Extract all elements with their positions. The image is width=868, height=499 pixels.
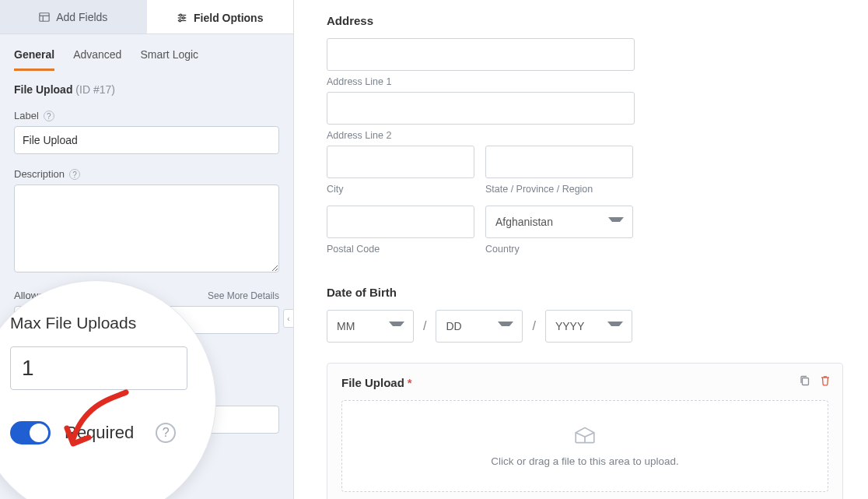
dob-block: Date of Birth MM / DD / YYYY bbox=[327, 286, 843, 343]
postal-input[interactable] bbox=[327, 206, 474, 238]
dob-year-select[interactable]: YYYY bbox=[545, 310, 632, 343]
trash-icon[interactable] bbox=[819, 374, 831, 387]
sub-tab-general[interactable]: General bbox=[14, 42, 54, 71]
layout-icon bbox=[39, 12, 50, 23]
country-caption: Country bbox=[485, 244, 633, 255]
required-star: * bbox=[408, 376, 412, 389]
sub-tab-smart-logic[interactable]: Smart Logic bbox=[140, 42, 198, 71]
required-toggle[interactable] bbox=[10, 421, 51, 445]
tab-field-options[interactable]: Field Options bbox=[147, 0, 294, 33]
address-line2-input[interactable] bbox=[327, 92, 635, 125]
city-input[interactable] bbox=[327, 146, 474, 178]
sub-tab-advanced[interactable]: Advanced bbox=[73, 42, 121, 71]
upload-box-icon bbox=[573, 425, 597, 448]
required-label: Required bbox=[65, 423, 134, 443]
file-upload-card[interactable]: File Upload* Click or drag a file to thi… bbox=[327, 363, 843, 499]
dob-sep: / bbox=[532, 319, 535, 333]
dob-day-select[interactable]: DD bbox=[436, 310, 523, 343]
svg-rect-0 bbox=[40, 12, 49, 21]
help-icon[interactable]: ? bbox=[156, 423, 176, 443]
address-line1-caption: Address Line 1 bbox=[327, 76, 843, 87]
postal-caption: Postal Code bbox=[327, 244, 474, 255]
svg-point-6 bbox=[182, 16, 184, 19]
tab-field-options-label: Field Options bbox=[194, 12, 263, 24]
label-label: Label ? bbox=[14, 110, 279, 121]
dropzone-text: Click or drag a file to this area to upl… bbox=[491, 455, 679, 467]
max-file-uploads-input[interactable] bbox=[10, 346, 187, 390]
dob-title: Date of Birth bbox=[327, 286, 843, 299]
collapse-sidebar-handle[interactable]: ‹ bbox=[283, 309, 294, 328]
sidebar-top-tabs: Add Fields Field Options bbox=[0, 0, 293, 34]
help-icon[interactable]: ? bbox=[44, 111, 54, 121]
description-input[interactable] bbox=[14, 184, 279, 272]
address-line2-caption: Address Line 2 bbox=[327, 130, 843, 141]
duplicate-icon[interactable] bbox=[799, 374, 811, 387]
city-caption: City bbox=[327, 184, 474, 195]
see-more-details-link[interactable]: See More Details bbox=[208, 290, 279, 301]
sub-tabs: General Advanced Smart Logic bbox=[0, 42, 293, 71]
label-input[interactable] bbox=[14, 126, 279, 154]
svg-rect-9 bbox=[803, 378, 809, 385]
field-id: (ID #17) bbox=[75, 83, 115, 96]
tab-add-fields-label: Add Fields bbox=[56, 11, 107, 23]
help-icon[interactable]: ? bbox=[69, 169, 80, 180]
chevron-left-icon: ‹ bbox=[287, 315, 289, 323]
svg-point-4 bbox=[180, 14, 182, 16]
dob-month-select[interactable]: MM bbox=[327, 310, 414, 343]
field-title: File Upload (ID #17) bbox=[14, 83, 279, 96]
upload-title: File Upload* bbox=[341, 376, 828, 389]
toggle-knob bbox=[30, 423, 48, 442]
state-caption: State / Province / Region bbox=[485, 184, 633, 195]
card-actions bbox=[799, 374, 831, 387]
file-dropzone[interactable]: Click or drag a file to this area to upl… bbox=[341, 400, 828, 492]
zoom-callout: Max File Uploads Required ? bbox=[0, 280, 216, 499]
zoom-title: Max File Uploads bbox=[10, 314, 194, 332]
sliders-icon bbox=[177, 12, 187, 23]
address-title: Address bbox=[327, 14, 843, 27]
address-block: Address Address Line 1 Address Line 2 Ci… bbox=[327, 14, 843, 265]
form-preview: Address Address Line 1 Address Line 2 Ci… bbox=[294, 0, 868, 499]
tab-add-fields[interactable]: Add Fields bbox=[0, 0, 147, 33]
field-name: File Upload bbox=[14, 83, 72, 96]
svg-point-8 bbox=[179, 19, 181, 22]
description-label: Description ? bbox=[14, 168, 279, 180]
address-line1-input[interactable] bbox=[327, 38, 635, 71]
dob-sep: / bbox=[423, 319, 426, 333]
country-select[interactable]: Afghanistan bbox=[485, 206, 633, 238]
state-input[interactable] bbox=[485, 146, 633, 178]
